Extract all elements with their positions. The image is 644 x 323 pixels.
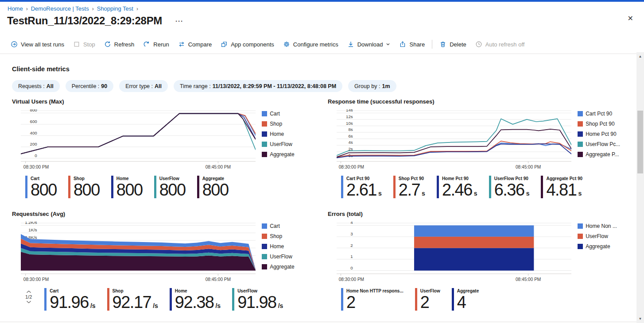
svg-text:08:30:00 PM: 08:30:00 PM: [339, 165, 364, 169]
stat-value: 800: [202, 181, 229, 198]
stat-value: 4: [457, 294, 466, 311]
legend-label: Cart Pct 90: [586, 111, 612, 117]
filter-pill-error-type[interactable]: Error type :All: [119, 80, 168, 92]
legend-item[interactable]: Aggregate P...: [578, 151, 627, 158]
toolbar-divider: [432, 40, 432, 49]
stat-item: Home92.38/s: [170, 288, 221, 311]
legend-label: Aggregate: [270, 151, 294, 158]
stat-value: 2: [420, 294, 429, 311]
legend-item[interactable]: Shop Pct 90: [578, 121, 627, 127]
breadcrumb-chevron-icon: ›: [136, 6, 138, 12]
legend-swatch-icon: [578, 234, 583, 239]
stop-icon: [73, 41, 80, 48]
legend-label: Home: [270, 131, 284, 137]
auto-refresh-button[interactable]: Auto refresh off: [471, 38, 529, 51]
stat-item: Shop800: [68, 176, 100, 198]
legend-item[interactable]: Home Non ...: [578, 223, 627, 229]
app-components-button[interactable]: App components: [216, 38, 279, 51]
toolbar-button-label: Auto refresh off: [485, 41, 525, 48]
stat-value: 4.81: [546, 181, 576, 198]
scrollbar-down-arrow-icon[interactable]: ▼: [636, 315, 644, 322]
scrollbar-up-arrow-icon[interactable]: ▲: [636, 53, 644, 60]
stop-button[interactable]: Stop: [69, 38, 100, 51]
filter-pill-requests[interactable]: Requests :All: [12, 80, 60, 92]
stat-color-bar: [154, 176, 156, 198]
errors-total-plot[interactable]: 4321008:30:00 PM08:45:00 PM: [337, 222, 571, 285]
legend-item[interactable]: UserFlow Pc...: [578, 141, 627, 147]
stat-item: Cart91.96/s: [44, 288, 95, 311]
stat-color-bar: [197, 176, 199, 198]
legend-swatch-icon: [578, 223, 583, 229]
refresh-button[interactable]: Refresh: [100, 38, 139, 51]
legend-item[interactable]: Home: [262, 243, 311, 250]
legend-item[interactable]: Cart Pct 90: [578, 111, 627, 117]
pill-value: 11/13/2022, 8:29:59 PM - 11/13/2022, 8:4…: [213, 83, 336, 89]
compare-icon: [178, 41, 185, 48]
stat-unit: s: [474, 190, 477, 197]
svg-text:2: 2: [350, 243, 353, 248]
chart-stats: Cart Pct 902.61sShop Pct 902.7sHome Pct …: [341, 176, 627, 198]
legend-item[interactable]: Aggregate: [262, 151, 311, 158]
delete-button[interactable]: Delete: [435, 38, 471, 51]
svg-text:4: 4: [350, 222, 353, 225]
chart-stats: 1/2Cart91.96/sShop92.17/sHome92.38/sUser…: [25, 288, 311, 311]
legend-item[interactable]: Cart: [262, 111, 311, 117]
requests-per-sec-plot[interactable]: 1.2K/s1K/s0.8K/s0.6K/s0.4K/s0.2K/s0K/s08…: [21, 222, 256, 285]
svg-text:3: 3: [350, 231, 353, 236]
filter-pill-percentile[interactable]: Percentile :90: [66, 80, 113, 92]
pill-value: 90: [101, 83, 107, 89]
page-title: TestRun_11/13/2022_8:29:28PM: [7, 15, 162, 27]
stat-item: Shop92.17/s: [107, 288, 158, 311]
legend-item[interactable]: UserFlow: [578, 233, 627, 239]
svg-text:6s: 6s: [348, 134, 353, 138]
legend-swatch-icon: [578, 111, 583, 116]
toolbar-button-label: Rerun: [153, 41, 169, 48]
toolbar-button-label: Refresh: [114, 41, 135, 48]
legend-item[interactable]: Aggregate: [578, 243, 627, 250]
filter-pill-time-range[interactable]: Time range :11/13/2022, 8:29:59 PM - 11/…: [174, 80, 342, 92]
more-actions-button[interactable]: ···: [174, 16, 185, 26]
legend-label: Aggregate: [586, 243, 610, 250]
chart-title: Response time (successful responses): [328, 98, 627, 105]
legend-label: Cart: [270, 223, 280, 229]
svg-text:08:45:00 PM: 08:45:00 PM: [516, 277, 541, 282]
legend-swatch-icon: [262, 254, 267, 259]
configure-metrics-gear-icon: [283, 41, 290, 48]
legend-item[interactable]: Home Pct 90: [578, 131, 627, 137]
stat-item: Home Non HTTP respons...2: [341, 288, 403, 311]
legend-item[interactable]: UserFlow: [262, 141, 311, 147]
stat-unit: /s: [215, 302, 221, 309]
legend-label: Home Pct 90: [586, 131, 616, 137]
stats-pager: 1/2: [25, 288, 32, 304]
stat-value: 2.61: [346, 181, 376, 198]
rerun-button[interactable]: Rerun: [139, 38, 173, 51]
legend-swatch-icon: [262, 152, 267, 157]
view-all-test-runs-button[interactable]: View all test runs: [6, 38, 69, 51]
legend-item[interactable]: Home: [262, 131, 311, 137]
legend-item[interactable]: Shop: [262, 233, 311, 239]
download-button[interactable]: Download: [343, 38, 395, 51]
legend-item[interactable]: Cart: [262, 223, 311, 229]
legend-item[interactable]: Aggregate: [262, 264, 311, 270]
filter-pill-group-by[interactable]: Group by :1m: [348, 80, 396, 92]
stat-value: 91.98: [237, 294, 276, 311]
response-time-plot[interactable]: 14s12s10s8s6s4s2s0s08:30:00 PM08:45:00 P…: [337, 109, 571, 172]
scrollbar-thumb[interactable]: [637, 111, 643, 173]
pager-up-icon[interactable]: [26, 290, 32, 294]
virtual-users-plot[interactable]: 800600400200008:30:00 PM08:45:00 PM: [21, 109, 256, 172]
pager-down-icon[interactable]: [26, 300, 32, 304]
stat-color-bar: [341, 288, 343, 311]
pill-label: Error type :: [125, 83, 153, 89]
breadcrumb-link-home[interactable]: Home: [8, 5, 23, 12]
breadcrumb-link-shopping-test[interactable]: Shopping Test: [97, 5, 133, 12]
legend-item[interactable]: UserFlow: [262, 254, 311, 260]
legend-swatch-icon: [262, 121, 267, 127]
breadcrumb-link-resource-tests[interactable]: DemoResource | Tests: [31, 5, 89, 12]
stat-unit: s: [378, 190, 382, 197]
share-button[interactable]: Share: [395, 38, 429, 51]
legend-item[interactable]: Shop: [262, 121, 311, 127]
close-icon[interactable]: ✕: [627, 13, 634, 23]
configure-metrics-button[interactable]: Configure metrics: [279, 38, 343, 51]
stat-value: 6.36: [494, 181, 524, 198]
compare-button[interactable]: Compare: [174, 38, 216, 51]
